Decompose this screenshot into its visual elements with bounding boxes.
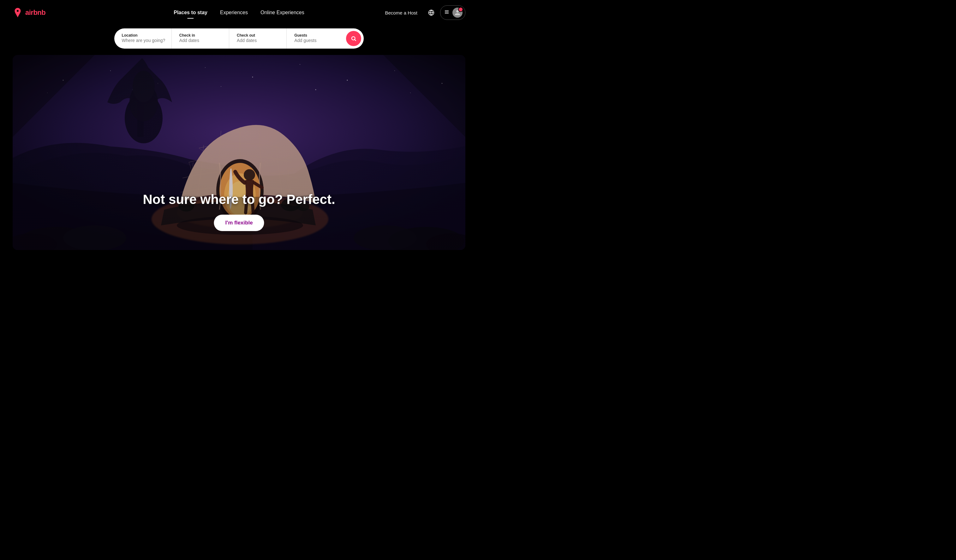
svg-line-6 bbox=[355, 39, 356, 41]
main-nav: Places to stay Experiences Online Experi… bbox=[167, 7, 311, 18]
hero-content: Not sure where to go? Perfect. I'm flexi… bbox=[143, 192, 335, 231]
guests-input: Add guests bbox=[294, 38, 341, 44]
guests-label: Guests bbox=[294, 33, 341, 38]
checkout-input: Add dates bbox=[237, 38, 279, 44]
search-button[interactable] bbox=[346, 31, 361, 46]
logo[interactable]: airbnb bbox=[13, 8, 46, 18]
nav-places-to-stay[interactable]: Places to stay bbox=[167, 7, 214, 18]
language-button[interactable] bbox=[425, 6, 437, 19]
avatar bbox=[453, 8, 462, 18]
flexible-button[interactable]: I'm flexible bbox=[214, 215, 264, 231]
checkout-field[interactable]: Check out Add dates bbox=[229, 28, 287, 49]
location-label: Location bbox=[122, 33, 164, 38]
airbnb-logo-icon bbox=[13, 8, 23, 18]
location-field[interactable]: Location Where are you going? bbox=[114, 28, 172, 49]
checkin-label: Check in bbox=[179, 33, 221, 38]
hamburger-icon bbox=[444, 9, 449, 16]
search-icon bbox=[351, 36, 357, 41]
globe-icon bbox=[428, 9, 434, 16]
nav-online-experiences[interactable]: Online Experiences bbox=[254, 7, 311, 18]
user-menu-button[interactable] bbox=[440, 5, 465, 20]
hero-title: Not sure where to go? Perfect. bbox=[143, 192, 335, 207]
logo-text: airbnb bbox=[25, 8, 46, 17]
header-right: Become a Host bbox=[380, 5, 465, 20]
location-input: Where are you going? bbox=[122, 38, 164, 44]
search-container: Location Where are you going? Check in A… bbox=[0, 25, 478, 55]
checkin-field[interactable]: Check in Add dates bbox=[172, 28, 229, 49]
svg-point-5 bbox=[352, 37, 355, 40]
become-host-button[interactable]: Become a Host bbox=[380, 7, 423, 19]
guests-field[interactable]: Guests Add guests bbox=[287, 28, 343, 49]
checkout-label: Check out bbox=[237, 33, 279, 38]
nav-experiences[interactable]: Experiences bbox=[214, 7, 254, 18]
checkin-input: Add dates bbox=[179, 38, 221, 44]
hero-section: Not sure where to go? Perfect. I'm flexi… bbox=[13, 55, 465, 250]
header: airbnb Places to stay Experiences Online… bbox=[0, 0, 478, 25]
search-bar: Location Where are you going? Check in A… bbox=[114, 28, 364, 49]
